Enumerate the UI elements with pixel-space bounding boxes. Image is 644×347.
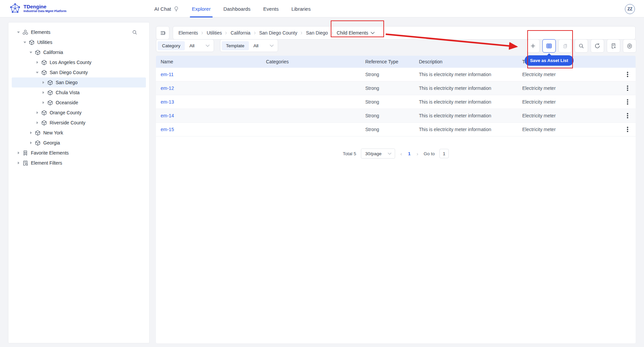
- pagination-total: Total 5: [343, 151, 356, 156]
- cell-description: This is electricity meter information: [414, 72, 518, 77]
- row-actions-kebab-icon[interactable]: [626, 98, 630, 106]
- element-link[interactable]: em-13: [161, 99, 174, 105]
- cell-reference-type: Strong: [361, 85, 414, 91]
- cube-icon: [41, 120, 47, 126]
- element-link[interactable]: em-12: [161, 85, 174, 91]
- nav-item-ai-chat[interactable]: AI Chat: [154, 0, 179, 17]
- refresh-icon: [594, 43, 600, 49]
- prev-page-button[interactable]: ‹: [400, 151, 403, 157]
- breadcrumb-item-san-diego[interactable]: San Diego: [306, 30, 328, 36]
- element-link[interactable]: em-15: [161, 127, 174, 132]
- breadcrumb-item-utilities[interactable]: Utilities: [207, 30, 222, 36]
- caret-right-icon[interactable]: [41, 101, 46, 104]
- cluster-icon: [22, 30, 28, 35]
- element-link[interactable]: em-11: [161, 72, 174, 77]
- user-avatar[interactable]: ZZ: [625, 4, 635, 14]
- tree-node-georgia[interactable]: Georgia: [12, 138, 146, 148]
- caret-right-icon[interactable]: [16, 162, 21, 164]
- collapse-sidebar-button[interactable]: [156, 26, 169, 40]
- tree-node-elements[interactable]: Elements: [12, 27, 146, 37]
- export-button[interactable]: [607, 39, 620, 53]
- breadcrumb-item-elements[interactable]: Elements: [178, 30, 198, 36]
- refresh-button[interactable]: [591, 39, 604, 53]
- template-filter[interactable]: Template All: [220, 39, 278, 52]
- row-actions-kebab-icon[interactable]: [626, 112, 630, 120]
- tree-node-los-angeles-county[interactable]: Los Angeles County: [12, 57, 146, 67]
- tree-node-california[interactable]: California: [12, 47, 146, 57]
- tree-node-utilities[interactable]: Utilities: [12, 37, 146, 47]
- breadcrumb-item-san-diego-county[interactable]: San Diego County: [259, 30, 298, 36]
- search-button[interactable]: [575, 39, 588, 53]
- caret-right-icon[interactable]: [28, 141, 34, 144]
- favorite-bookmark-icon: [22, 150, 28, 156]
- table-toolbar: [526, 39, 636, 53]
- tree-node-san-diego-county[interactable]: San Diego County: [12, 67, 146, 77]
- cell-reference-type: Strong: [361, 72, 414, 77]
- tree-node-oceanside[interactable]: Oceanside: [12, 98, 146, 108]
- tree-node-san-diego[interactable]: San Diego: [12, 77, 146, 88]
- cube-icon: [41, 60, 47, 65]
- row-actions-kebab-icon[interactable]: [626, 125, 630, 133]
- tree-node-orange-county[interactable]: Orange County: [12, 108, 146, 118]
- chevron-down-icon: [270, 45, 278, 47]
- next-page-button[interactable]: ›: [416, 151, 419, 157]
- cell-template: Electricity meter: [518, 113, 620, 118]
- table-row: em-11 Strong This is electricity meter i…: [156, 68, 636, 81]
- breadcrumb-current-child-elements[interactable]: Child Elements: [337, 30, 375, 36]
- column-header-categories: Categories: [261, 59, 361, 64]
- cube-icon: [29, 40, 35, 45]
- plus-icon: [530, 43, 536, 49]
- cube-icon: [35, 130, 41, 136]
- tree-node-element-filters[interactable]: Element Filters: [12, 158, 146, 168]
- breadcrumb-item-california[interactable]: California: [230, 30, 250, 36]
- settings-button[interactable]: [623, 39, 636, 53]
- caret-down-icon[interactable]: [22, 42, 28, 43]
- cell-description: This is electricity meter information: [414, 127, 518, 132]
- tree-node-riverside-county[interactable]: Riverside County: [12, 118, 146, 128]
- row-actions-kebab-icon[interactable]: [626, 84, 630, 92]
- category-filter[interactable]: Category All: [156, 39, 214, 52]
- goto-page-input[interactable]: [439, 149, 449, 158]
- tree-node-chula-vista[interactable]: Chula Vista: [12, 88, 146, 98]
- caret-right-icon[interactable]: [16, 152, 21, 154]
- cell-template: Electricity meter: [518, 127, 620, 132]
- tree-node-new-york[interactable]: New York: [12, 128, 146, 138]
- row-actions-kebab-icon[interactable]: [626, 70, 630, 78]
- caret-right-icon[interactable]: [35, 121, 40, 124]
- caret-down-icon[interactable]: [16, 32, 21, 33]
- caret-right-icon[interactable]: [35, 61, 40, 64]
- nav-item-libraries[interactable]: Libraries: [291, 0, 311, 17]
- chevron-down-icon: [371, 32, 375, 34]
- caret-right-icon[interactable]: [35, 111, 40, 114]
- tree-node-favorite-elements[interactable]: Favorite Elements: [12, 148, 146, 158]
- column-header-name: Name: [156, 59, 261, 64]
- collapse-panel-icon: [160, 30, 166, 36]
- nav-item-dashboards[interactable]: Dashboards: [223, 0, 251, 17]
- table-row: em-15 Strong This is electricity meter i…: [156, 123, 636, 136]
- element-link[interactable]: em-14: [161, 113, 174, 118]
- caret-down-icon[interactable]: [35, 72, 40, 73]
- copy-template-button: [558, 39, 572, 53]
- chevron-right-icon: [225, 31, 227, 35]
- cube-icon: [35, 50, 41, 55]
- current-page-number[interactable]: 1: [408, 151, 412, 156]
- nav-item-explorer[interactable]: Explorer: [192, 0, 211, 17]
- nav-item-events[interactable]: Events: [263, 0, 279, 17]
- tree-search-icon[interactable]: [132, 30, 137, 35]
- caret-right-icon[interactable]: [28, 131, 34, 134]
- page-size-select[interactable]: 30/page: [361, 149, 395, 159]
- cell-reference-type: Strong: [361, 99, 414, 105]
- chevron-down-icon: [388, 153, 391, 155]
- save-as-asset-list-button[interactable]: [542, 39, 556, 53]
- table-row: em-12 Strong This is electricity meter i…: [156, 81, 636, 95]
- chevron-right-icon: [201, 31, 204, 35]
- caret-right-icon[interactable]: [41, 81, 46, 84]
- caret-down-icon[interactable]: [28, 52, 34, 53]
- caret-right-icon[interactable]: [41, 91, 46, 94]
- cell-description: This is electricity meter information: [414, 99, 518, 105]
- cell-template: Electricity meter: [518, 72, 620, 77]
- chevron-right-icon: [300, 31, 303, 35]
- save-as-asset-list-tooltip: Save as Asset List: [525, 55, 574, 66]
- add-element-button[interactable]: [526, 39, 540, 53]
- cube-icon: [35, 140, 41, 146]
